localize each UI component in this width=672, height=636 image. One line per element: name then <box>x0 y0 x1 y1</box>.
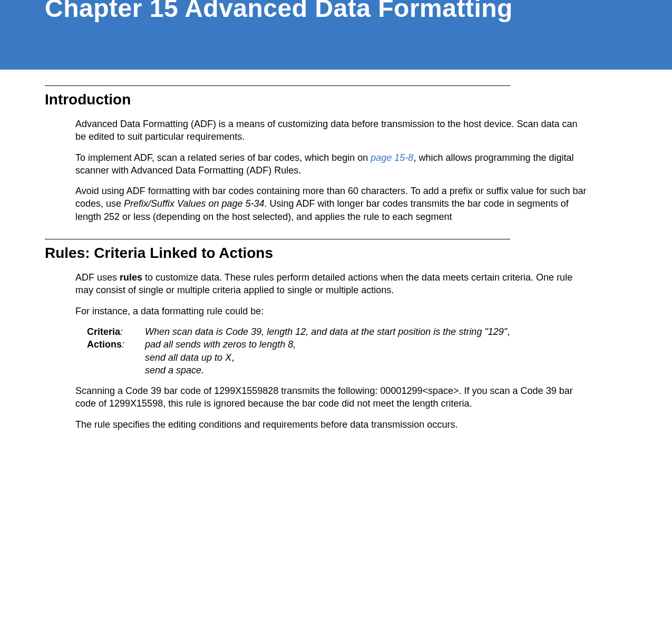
intro-paragraph-1: Advanced Data Formatting (ADF) is a mean… <box>75 118 588 143</box>
example-block: Criteria: When scan data is Code 39, len… <box>87 325 588 377</box>
prefix-suffix-reference: Prefix/Suffix Values on page 5-34 <box>124 198 265 209</box>
intro-paragraph-3: Avoid using ADF formatting with bar code… <box>75 185 588 223</box>
example-actions-row: Actions: pad all sends with zeros to len… <box>87 338 588 377</box>
section-heading-rules: Rules: Criteria Linked to Actions <box>45 245 588 262</box>
actions-value: pad all sends with zeros to length 8, se… <box>145 338 588 377</box>
section-heading-introduction: Introduction <box>45 91 588 108</box>
rules-paragraph-3: Scanning a Code 39 bar code of 1299X1559… <box>75 384 588 410</box>
rules-p1-pre: ADF uses <box>75 272 120 283</box>
criteria-label-text: Criteria <box>87 326 120 337</box>
example-criteria-row: Criteria: When scan data is Code 39, len… <box>87 325 588 338</box>
rules-paragraph-2: For instance, a data formatting rule cou… <box>75 305 588 317</box>
rules-paragraph-1: ADF uses rules to customize data. These … <box>75 271 588 297</box>
rules-paragraph-4: The rule specifies the editing condition… <box>75 418 588 431</box>
actions-line-2-wrap: send all data up to X, <box>145 351 588 364</box>
section-divider <box>45 85 510 86</box>
criteria-value-text: When scan data is Code 39, length 12, an… <box>145 326 507 337</box>
section-divider <box>45 239 510 239</box>
page-content: Introduction Advanced Data Formatting (A… <box>0 85 672 431</box>
actions-label: Actions: <box>87 338 145 377</box>
intro-p2-pre: To implement ADF, scan a related series … <box>75 152 371 163</box>
chapter-header-banner: Chapter 15 Advanced Data Formatting <box>0 0 672 70</box>
intro-paragraph-2: To implement ADF, scan a related series … <box>75 151 588 177</box>
actions-line-1: pad all sends with zeros to length 8, <box>145 338 588 351</box>
criteria-value: When scan data is Code 39, length 12, an… <box>145 325 588 338</box>
chapter-title: Chapter 15 Advanced Data Formatting <box>45 0 672 21</box>
rules-bold-word: rules <box>120 272 142 283</box>
actions-label-text: Actions <box>87 339 122 350</box>
criteria-label: Criteria: <box>87 325 145 338</box>
actions-line-2: send all data up to X <box>145 352 231 363</box>
rules-p1-post: to customize data. These rules perform d… <box>75 272 572 295</box>
actions-line-3: send a space. <box>145 364 588 377</box>
page-link-15-8[interactable]: page 15-8 <box>371 152 413 163</box>
